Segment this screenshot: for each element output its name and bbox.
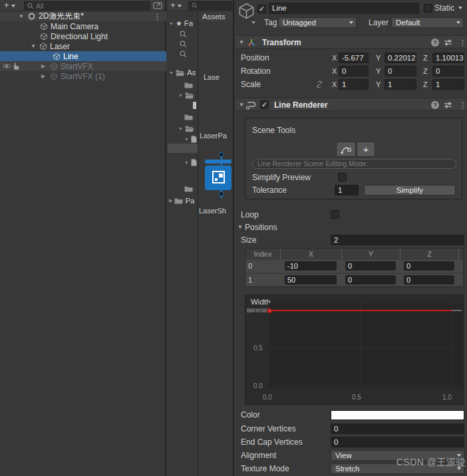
tree-item-search-query[interactable]	[180, 39, 187, 49]
transform-header[interactable]: ▼ Transform ? ⋮	[235, 35, 467, 49]
tree-selected-row[interactable]	[168, 144, 198, 153]
table-row[interactable]: 1 50 0 0	[245, 273, 463, 286]
position-y-field[interactable]: 0.22012	[385, 53, 416, 63]
tree-item-prefab[interactable]: ▼	[184, 158, 197, 167]
point-x-field[interactable]: 50	[285, 275, 337, 285]
point-z-field[interactable]: 0	[404, 261, 454, 271]
hierarchy-item-main-camera[interactable]: Main Camera	[0, 21, 166, 31]
layer-dropdown[interactable]: Default	[391, 17, 464, 28]
tree-item-search-query[interactable]	[180, 29, 187, 39]
foldout-open-icon[interactable]: ▼	[184, 137, 189, 142]
asset-item-laser-texture[interactable]: Lase	[198, 31, 234, 92]
hierarchy-item-directional-light[interactable]: Directional Light	[0, 31, 166, 41]
tree-item-assets[interactable]: ▼ As	[169, 68, 196, 77]
help-icon[interactable]: ?	[431, 39, 439, 47]
color-swatch[interactable]	[331, 410, 464, 420]
loop-checkbox[interactable]	[331, 210, 339, 219]
hierarchy-search-input[interactable]: All	[24, 1, 150, 10]
help-icon[interactable]: ?	[431, 101, 439, 109]
static-checkbox[interactable]	[424, 4, 432, 13]
rotation-x-field[interactable]: 0	[339, 66, 369, 76]
table-row[interactable]: 0 -10 0 0	[245, 260, 463, 273]
tree-item-folder[interactable]	[184, 112, 193, 122]
positions-foldout-icon[interactable]: ▼	[237, 225, 243, 230]
scale-y-field[interactable]: 1	[385, 79, 416, 90]
rotation-y-field[interactable]: 0	[385, 66, 416, 76]
foldout-open-icon[interactable]: ▼	[239, 102, 244, 108]
add-point-button[interactable]: +	[357, 142, 375, 157]
point-x-field[interactable]: -10	[285, 261, 337, 271]
edit-points-button[interactable]	[336, 142, 356, 157]
foldout-open-icon[interactable]: ▼	[184, 160, 189, 165]
foldout-open-icon[interactable]: ▼	[239, 40, 244, 45]
constrain-proportions-link-icon[interactable]	[315, 80, 323, 88]
tree-item-asset-clipped[interactable]	[193, 102, 196, 109]
gameobject-name-field[interactable]: Line	[269, 3, 419, 14]
presets-icon[interactable]	[444, 39, 452, 47]
point-y-field[interactable]: 0	[345, 261, 396, 271]
scale-z-field[interactable]: 1	[432, 79, 464, 90]
foldout-open-icon[interactable]: ▼	[178, 126, 183, 131]
point-y-field[interactable]: 0	[345, 275, 396, 285]
scale-x-field[interactable]: 1	[339, 79, 369, 90]
hierarchy-item-startvfx[interactable]: ▶ StartVFX	[0, 61, 166, 71]
scene-foldout-icon[interactable]: ▼	[19, 13, 25, 19]
project-create-button[interactable]: +	[170, 1, 176, 10]
foldout-closed-icon[interactable]: ▶	[169, 198, 172, 203]
foldout-open-icon[interactable]: ▼	[169, 70, 174, 75]
size-field[interactable]: 2	[331, 235, 464, 245]
point-z-field[interactable]: 0	[404, 275, 454, 285]
width-curve-widget[interactable]: Width 1.0 0.5 0.0 0.0 0.5 1.0	[245, 295, 464, 405]
gameobject-icon-large[interactable]	[237, 2, 255, 20]
foldout-closed-icon[interactable]: ▶	[41, 63, 47, 69]
tree-item-folder[interactable]	[184, 184, 193, 193]
gameobject-icon-caret[interactable]	[251, 21, 255, 24]
foldout-closed-icon[interactable]: ▶	[41, 73, 47, 79]
tag-dropdown[interactable]: Untagged	[278, 17, 357, 28]
tree-item-packages[interactable]: ▶ Pa	[169, 196, 194, 205]
axis-z-label: Z	[423, 66, 428, 76]
hierarchy-item-laser[interactable]: ▼ Laser	[0, 41, 166, 51]
hierarchy-scene-row[interactable]: ▼ 2D激光光束* ⋮	[0, 11, 166, 21]
tree-item-folder-open[interactable]: ▼	[178, 124, 194, 133]
tree-item-prefab[interactable]: ▼	[184, 134, 197, 144]
component-menu-icon[interactable]: ⋮	[459, 39, 466, 47]
hierarchy-create-caret-icon[interactable]	[11, 5, 15, 7]
rotation-z-field[interactable]: 0	[432, 66, 464, 76]
component-menu-icon[interactable]: ⋮	[459, 101, 466, 109]
pickability-hand-icon[interactable]	[13, 62, 20, 70]
line-renderer-header[interactable]: ▼ Line Renderer ? ⋮	[235, 98, 467, 111]
static-caret-icon[interactable]	[458, 7, 462, 9]
project-create-caret-icon[interactable]	[178, 5, 182, 7]
hierarchy-item-line-selected[interactable]: Line	[0, 51, 166, 61]
hierarchy-item-startvfx-1[interactable]: ▶ StartVFX (1)	[0, 71, 166, 81]
col-header-z[interactable]: Z	[400, 249, 458, 260]
tree-item-favorites[interactable]: ▼ ★ Fa	[169, 19, 193, 28]
hierarchy-create-button[interactable]: +	[4, 1, 9, 10]
col-header-index[interactable]: Index	[245, 249, 280, 260]
tree-item-search-query[interactable]	[180, 49, 187, 59]
corner-vertices-field[interactable]: 0	[331, 423, 464, 434]
asset-item-laser-shader[interactable]: LaserSh	[198, 152, 234, 217]
project-search-input[interactable]	[188, 1, 232, 10]
component-enabled-checkbox[interactable]	[260, 100, 269, 109]
tree-item-folder[interactable]	[184, 80, 193, 90]
end-cap-vertices-field[interactable]: 0	[331, 437, 464, 447]
tree-item-folder-open[interactable]: ▼	[178, 90, 194, 100]
visibility-eye-icon[interactable]	[2, 63, 11, 69]
foldout-open-icon[interactable]: ▼	[31, 43, 37, 49]
open-search-window-icon[interactable]	[153, 2, 162, 9]
foldout-open-icon[interactable]: ▼	[178, 93, 183, 98]
simplify-button[interactable]: Simplify	[364, 185, 456, 195]
active-checkbox[interactable]	[257, 5, 266, 13]
col-header-y[interactable]: Y	[341, 249, 400, 260]
position-z-field[interactable]: 1.10013	[432, 53, 464, 63]
simplify-preview-checkbox[interactable]	[338, 173, 347, 181]
presets-icon[interactable]	[444, 101, 452, 109]
col-header-x[interactable]: X	[280, 249, 341, 260]
position-x-field[interactable]: -5.677	[339, 53, 369, 63]
tolerance-field[interactable]: 1	[335, 185, 359, 195]
asset-item-laser-particle[interactable]: LaserPa	[198, 90, 234, 151]
foldout-open-icon[interactable]: ▼	[169, 21, 174, 26]
scene-menu-button[interactable]: ⋮	[154, 13, 161, 21]
